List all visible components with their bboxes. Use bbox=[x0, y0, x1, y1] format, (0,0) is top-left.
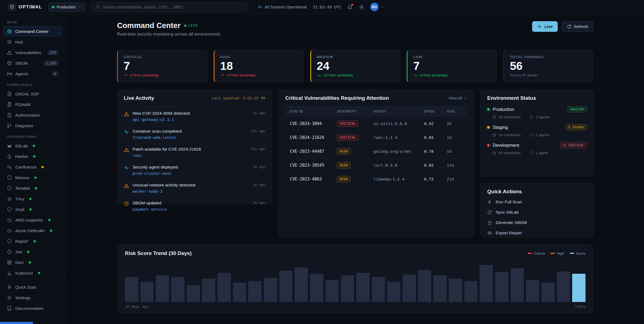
sidebar-item-label: OSCAL SSP bbox=[15, 92, 39, 96]
sidebar-item-trivy[interactable]: Trivy bbox=[3, 194, 62, 204]
quick-action-sync-gitlab[interactable]: Sync GitLab bbox=[487, 208, 587, 217]
sidebar-section-title: MAIN bbox=[0, 17, 65, 26]
chart-bar bbox=[248, 281, 262, 302]
sidebar-item-sbom[interactable]: SBOM1,243 bbox=[3, 58, 62, 68]
quick-action-export-report[interactable]: Export Report bbox=[487, 228, 587, 238]
sidebar-item-label: Agents bbox=[15, 71, 28, 76]
sidebar-item-label: SBOM bbox=[15, 61, 28, 66]
table-row[interactable]: CVE-2023-44487HIGHgolang.org/x/net0.785d bbox=[286, 145, 467, 158]
chart-bar bbox=[511, 268, 524, 302]
severity-cell: HIGH bbox=[337, 176, 373, 182]
sidebar-item-rapid7[interactable]: Rapid7 bbox=[3, 236, 62, 246]
zap-icon bbox=[487, 200, 492, 204]
environment-badge: 5 ISSUES bbox=[566, 124, 587, 130]
sidebar-section: COMPLIANCEOSCAL SSPPOA&MAuthorizationDia… bbox=[0, 79, 65, 131]
severity-badge: HIGH bbox=[337, 176, 351, 182]
quick-action-run-full-scan[interactable]: Run Full Scan bbox=[487, 197, 587, 207]
activity-item[interactable]: Security agent deployedprod-cluster-east… bbox=[124, 161, 265, 179]
environment-row-staging[interactable]: Staging5 ISSUES18 containers2 agents bbox=[487, 124, 587, 137]
sidebar-item-vulnerabilities[interactable]: Vulnerabilities275 bbox=[3, 48, 62, 58]
environment-selector[interactable]: Production bbox=[48, 2, 85, 12]
sidebar-item-label: Trivy bbox=[15, 197, 24, 201]
sidebar-item-confluence[interactable]: Confluence bbox=[3, 162, 62, 172]
sidebar-item-kion[interactable]: Kion bbox=[3, 257, 62, 267]
activity-text: Container scan completed bbox=[133, 129, 247, 134]
quick-actions-title: Quick Actions bbox=[487, 189, 587, 195]
sidebar-section-title: INTEGRATIONS bbox=[0, 131, 65, 140]
asset-name: libwebp:1.2.4 bbox=[373, 177, 424, 181]
table-row[interactable]: CVE-2023-38545HIGHcurl:8.3.00.6512d bbox=[286, 158, 467, 172]
epss-score: 0.92 bbox=[424, 122, 447, 126]
live-button[interactable]: Live bbox=[532, 21, 558, 32]
column-header: AGE bbox=[447, 110, 462, 113]
activity-time: 1m ago bbox=[253, 165, 265, 176]
stat-value: 56 bbox=[510, 60, 587, 73]
sidebar-item-agents[interactable]: Agents6 bbox=[3, 69, 62, 79]
settings-button[interactable] bbox=[359, 4, 364, 10]
radio-icon bbox=[7, 71, 12, 76]
integration-status-dot bbox=[29, 198, 31, 200]
activity-item[interactable]: New CVE-2024-3094 detectedapi-gateway:v2… bbox=[124, 107, 265, 125]
environment-name: Development bbox=[493, 143, 519, 148]
sidebar-item-harbor[interactable]: Harbor bbox=[3, 151, 62, 161]
activity-item[interactable]: SBOM updatedpayment-service3m ago bbox=[124, 197, 265, 215]
view-all-link[interactable]: View All bbox=[448, 96, 467, 100]
sidebar-item-azure-defender[interactable]: Azure Defender bbox=[3, 226, 62, 236]
system-status-label: All Systems Operational bbox=[265, 5, 307, 9]
environment-badge: HEALTHY bbox=[568, 106, 587, 113]
chart-bar bbox=[495, 272, 508, 302]
activity-item[interactable]: Container scan completedfrontend-web:lat… bbox=[124, 125, 265, 143]
environment-row-production[interactable]: ProductionHEALTHY24 containers3 agents bbox=[487, 106, 587, 119]
sidebar-item-kubecost[interactable]: Kubecost bbox=[3, 268, 62, 278]
activity-item[interactable]: Unusual network activity detectedworker-… bbox=[124, 179, 265, 197]
column-header: ASSET bbox=[373, 110, 424, 113]
sidebar-item-label: Kion bbox=[15, 260, 24, 265]
sidebar-item-diagrams[interactable]: Diagrams bbox=[3, 121, 62, 131]
sidebar-item-authorization[interactable]: Authorization bbox=[3, 110, 62, 120]
sidebar-item-documentation[interactable]: Documentation bbox=[3, 303, 62, 313]
legend-item-high: High bbox=[550, 251, 564, 256]
chart-bar bbox=[464, 281, 478, 302]
table-row[interactable]: CVE-2024-3094CRITICALxz-utils:5.6.00.922… bbox=[286, 117, 467, 131]
activity-target: worker-node-3 bbox=[133, 189, 249, 194]
environment-row-development[interactable]: Development12 CRITICAL42 containers1 age… bbox=[487, 142, 587, 155]
sidebar-item-tenable[interactable]: Tenable bbox=[3, 183, 62, 193]
sidebar-item-quick-start[interactable]: Quick Start bbox=[3, 282, 62, 292]
count-badge: 275 bbox=[48, 50, 58, 55]
zap-icon bbox=[7, 285, 12, 290]
sidebar-item-poa-m[interactable]: POA&M bbox=[3, 99, 62, 110]
sidebar-item-settings[interactable]: Settings bbox=[3, 293, 62, 303]
refresh-button-label: Refresh bbox=[574, 24, 588, 29]
sidebar-item-aws-inspector[interactable]: AWS Inspector bbox=[3, 215, 62, 225]
sidebar-item-oscal-ssp[interactable]: OSCAL SSP bbox=[3, 89, 62, 99]
legend-item-critical: Critical bbox=[528, 251, 545, 256]
epss-score: 0.78 bbox=[424, 149, 447, 154]
stat-label: CRITICAL bbox=[124, 55, 201, 59]
risk-trend-panel: Risk Score Trend (30 Days) CriticalHighS… bbox=[117, 245, 593, 313]
sidebar-item-snyk[interactable]: Snyk bbox=[3, 204, 62, 214]
table-row[interactable]: CVE-2024-21626CRITICALrunc:1.1.40.851d bbox=[286, 131, 467, 145]
activity-item[interactable]: Patch available for CVE-2024-21626runc32… bbox=[124, 143, 265, 161]
sidebar-item-gitlab[interactable]: GitLab bbox=[3, 141, 62, 151]
sidebar-item-hub[interactable]: Hub bbox=[3, 37, 62, 47]
notifications-button[interactable] bbox=[347, 4, 353, 10]
sidebar-item-label: GitLab bbox=[15, 144, 28, 148]
user-menu[interactable]: RG bbox=[370, 3, 384, 11]
search-bar[interactable] bbox=[91, 2, 247, 12]
stat-value: 7 bbox=[413, 60, 491, 73]
integration-status-dot bbox=[42, 166, 44, 168]
sidebar-item-jira[interactable]: Jira bbox=[3, 247, 62, 257]
stat-delta: -12 from yesterday bbox=[317, 73, 394, 77]
sidebar-item-command-center[interactable]: Command Center bbox=[3, 26, 62, 36]
table-row[interactable]: CVE-2023-4863HIGHlibwebp:1.2.40.7221d bbox=[286, 172, 467, 186]
age-value: 5d bbox=[447, 149, 462, 154]
page-title: Command Center bbox=[117, 21, 180, 30]
container-count: 24 containers bbox=[499, 115, 521, 119]
activity-text: New CVE-2024-3094 detected bbox=[133, 111, 249, 116]
search-input[interactable] bbox=[103, 5, 243, 9]
quick-action-generate-sbom[interactable]: Generate SBOM bbox=[487, 218, 587, 227]
sidebar-item-label: Hub bbox=[15, 40, 23, 45]
pulse-icon bbox=[537, 24, 542, 29]
refresh-button[interactable]: Refresh bbox=[562, 21, 593, 32]
sidebar-item-nessus[interactable]: Nessus bbox=[3, 173, 62, 183]
